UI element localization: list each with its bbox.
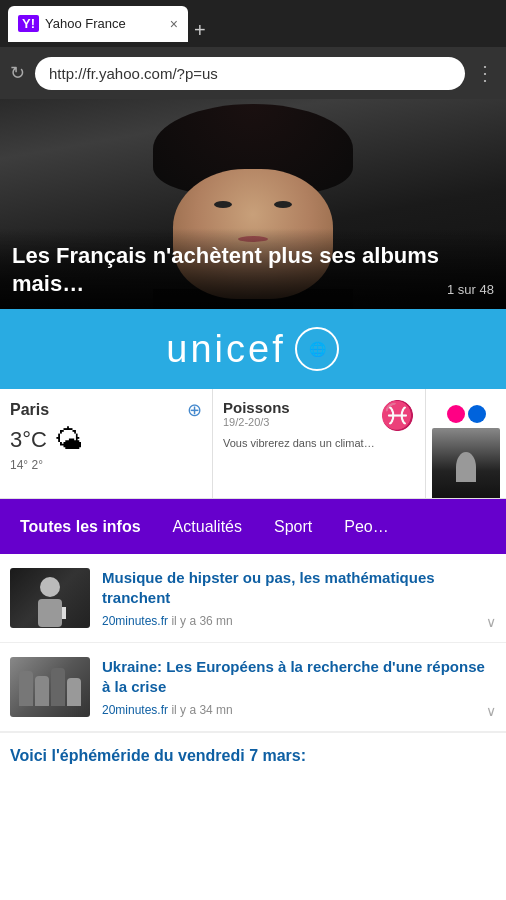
weather-city: Paris bbox=[10, 401, 49, 419]
person-3 bbox=[51, 668, 65, 706]
flickr-photo bbox=[432, 428, 500, 498]
tab-people[interactable]: Peo… bbox=[328, 499, 404, 554]
bell-shape bbox=[456, 452, 476, 482]
weather-widget[interactable]: Paris ⊕ 3°C 🌤 14° 2° bbox=[0, 389, 213, 498]
bottom-teaser[interactable]: Voici l'éphéméride du vendredi 7 mars: bbox=[0, 732, 506, 779]
bottom-teaser-text: Voici l'éphéméride du vendredi 7 mars: bbox=[10, 747, 306, 764]
address-bar: ↻ ⋮ bbox=[0, 47, 506, 99]
flickr-logo bbox=[432, 405, 500, 423]
hero-counter: 1 sur 48 bbox=[447, 282, 494, 297]
horoscope-widget[interactable]: Poissons 19/2-20/3 ♓ Vous vibrerez dans … bbox=[213, 389, 426, 498]
hero-title: Les Français n'achètent plus ses albums … bbox=[12, 242, 494, 299]
ukraine-thumbnail bbox=[10, 657, 90, 717]
person-4 bbox=[67, 678, 81, 706]
expand-icon-1[interactable]: ∨ bbox=[486, 614, 496, 630]
widgets-row: Paris ⊕ 3°C 🌤 14° 2° Poissons 19/2-20/3 … bbox=[0, 389, 506, 499]
hero-overlay: Les Français n'achètent plus ses albums … bbox=[0, 228, 506, 309]
weather-temp: 3°C bbox=[10, 427, 47, 453]
sun-icon: 🌤 bbox=[55, 423, 83, 456]
tab-title: Yahoo France bbox=[45, 16, 164, 31]
mic bbox=[62, 607, 66, 619]
music-person bbox=[34, 577, 66, 619]
unicef-logo: 🌐 bbox=[294, 326, 340, 372]
news-title-2: Ukraine: Les Européens à la recherche d'… bbox=[102, 657, 496, 698]
new-tab-button[interactable]: + bbox=[194, 19, 206, 42]
news-source-1: 20minutes.fr bbox=[102, 614, 168, 628]
close-tab-button[interactable]: × bbox=[170, 16, 178, 32]
unicef-text: unicef bbox=[166, 328, 285, 371]
horoscope-text: Vous vibrerez dans un climat… bbox=[223, 436, 415, 451]
news-item-2[interactable]: Ukraine: Les Européens à la recherche d'… bbox=[0, 643, 506, 732]
news-content-2: Ukraine: Les Européens à la recherche d'… bbox=[102, 657, 496, 717]
news-time-1: il y a 36 mn bbox=[171, 614, 232, 628]
news-list: Musique de hipster ou pas, les mathémati… bbox=[0, 554, 506, 732]
ad-banner[interactable]: unicef 🌐 bbox=[0, 309, 506, 389]
horoscope-date: 19/2-20/3 bbox=[223, 416, 290, 428]
horoscope-sign: Poissons bbox=[223, 399, 290, 416]
expand-icon-2[interactable]: ∨ bbox=[486, 703, 496, 719]
person-2 bbox=[35, 676, 49, 706]
tab-area: Y! Yahoo France × + bbox=[8, 6, 498, 42]
weather-range: 14° 2° bbox=[10, 458, 202, 472]
svg-text:🌐: 🌐 bbox=[308, 341, 326, 358]
flickr-pink-dot bbox=[447, 405, 465, 423]
url-input[interactable] bbox=[35, 57, 465, 90]
person-1 bbox=[19, 671, 33, 706]
news-item[interactable]: Musique de hipster ou pas, les mathémati… bbox=[0, 554, 506, 643]
compass-icon: ⊕ bbox=[187, 399, 202, 421]
reload-button[interactable]: ↻ bbox=[10, 62, 25, 84]
ukraine-people bbox=[15, 664, 85, 710]
horoscope-info: Poissons 19/2-20/3 bbox=[223, 399, 290, 428]
weather-header: Paris ⊕ bbox=[10, 399, 202, 421]
news-meta-1: 20minutes.fr il y a 36 mn bbox=[102, 614, 496, 628]
flickr-photo-content bbox=[432, 428, 500, 498]
browser-chrome: Y! Yahoo France × + bbox=[0, 0, 506, 47]
person-body bbox=[38, 599, 62, 627]
news-source-2: 20minutes.fr bbox=[102, 703, 168, 717]
weather-body: 3°C 🌤 bbox=[10, 423, 202, 456]
eyes bbox=[173, 169, 333, 208]
tab-sport[interactable]: Sport bbox=[258, 499, 328, 554]
news-time-2: il y a 34 mn bbox=[171, 703, 232, 717]
flickr-blue-dot bbox=[468, 405, 486, 423]
tab-actualites[interactable]: Actualités bbox=[157, 499, 258, 554]
flickr-widget[interactable] bbox=[426, 389, 506, 498]
tab-toutes-les-infos[interactable]: Toutes les infos bbox=[4, 499, 157, 554]
horoscope-header: Poissons 19/2-20/3 ♓ bbox=[223, 399, 415, 432]
browser-menu-button[interactable]: ⋮ bbox=[475, 61, 496, 85]
yahoo-icon: Y! bbox=[18, 15, 39, 32]
music-thumbnail bbox=[10, 568, 90, 628]
hero-section[interactable]: Les Français n'achètent plus ses albums … bbox=[0, 99, 506, 309]
news-thumbnail-1 bbox=[10, 568, 90, 628]
news-meta-2: 20minutes.fr il y a 34 mn bbox=[102, 703, 496, 717]
news-title-1: Musique de hipster ou pas, les mathémati… bbox=[102, 568, 496, 609]
news-content-1: Musique de hipster ou pas, les mathémati… bbox=[102, 568, 496, 628]
active-tab[interactable]: Y! Yahoo France × bbox=[8, 6, 188, 42]
nav-tabs: Toutes les infos Actualités Sport Peo… bbox=[0, 499, 506, 554]
news-thumbnail-2 bbox=[10, 657, 90, 717]
fish-icon: ♓ bbox=[380, 399, 415, 432]
person-head bbox=[40, 577, 60, 597]
